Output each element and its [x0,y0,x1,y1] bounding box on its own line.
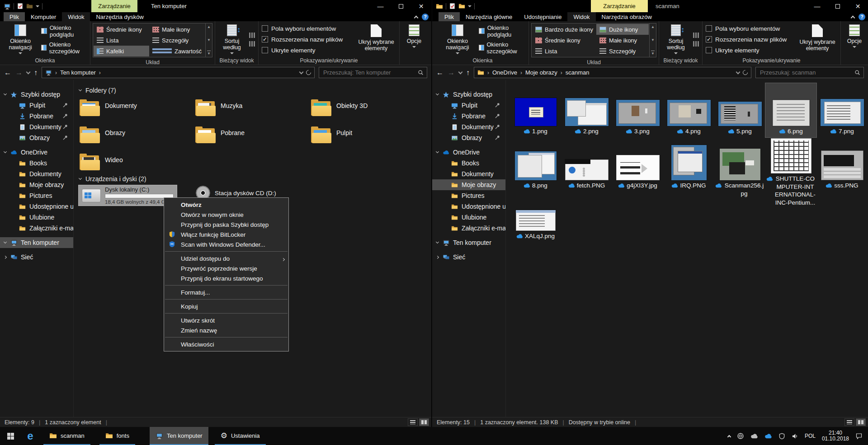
sidebar-item-documents[interactable]: Dokumenty [432,122,505,132]
checkbox-checked[interactable]: ✓ [262,36,268,42]
layout-medium-icons[interactable]: Średnie ikony [532,35,596,46]
sidebar-item-books[interactable]: Books [0,158,73,169]
file-g4jxi3y[interactable]: g4jXI3Y.jpg [612,137,663,203]
hide-selected-button[interactable]: Ukryj wybrane elementy [797,23,838,56]
help-icon[interactable]: ? [859,14,865,20]
sidebar-item-books[interactable]: Books [432,158,505,169]
folder-tile-music[interactable]: Muzyka [193,98,309,125]
refresh-icon[interactable] [305,69,312,76]
folders-section-header[interactable]: Foldery (7) [79,87,116,94]
maximize-button[interactable] [827,0,848,12]
tab-file[interactable]: Plik [439,12,460,21]
tab-view[interactable]: Widok [567,12,595,21]
menu-item-restore-versions[interactable]: Przywróć poprzednie wersje [164,263,288,273]
layout-tiles-selected[interactable]: Kafelki [94,46,149,56]
details-pane-button[interactable]: Okienko szczegółów [41,41,88,55]
checkbox-file-extensions[interactable]: ✓Rozszerzenia nazw plików [706,35,793,44]
file-shuttle[interactable]: SHUTTLE-COMPUTER-INTERNATIONAL-INC-Penti… [765,137,816,203]
file-fetch[interactable]: fetch.PNG [561,137,612,203]
tray-expand-icon[interactable] [727,435,731,439]
sidebar-item-this-pc[interactable]: Ten komputer [432,237,505,248]
sidebar-item-shared-favorites[interactable]: Udostępnione ulubi [0,201,73,212]
folder-tile-pictures[interactable]: Obrazy [77,125,193,152]
recent-locations-icon[interactable] [26,70,31,74]
defender-tray-icon[interactable] [778,433,785,440]
this-pc-icon[interactable] [4,3,11,10]
refresh-icon[interactable] [742,69,749,76]
forward-icon[interactable]: → [15,69,23,76]
maximize-button[interactable] [391,0,411,12]
breadcrumb[interactable]: › OneDrive › Moje obrazy › scanman [474,67,751,78]
details-view-toggle[interactable] [408,418,418,426]
sidebar-item-downloads[interactable]: Pobrane [0,111,73,122]
search-input[interactable] [759,69,852,76]
devices-section-header[interactable]: Urządzenia i dyski (2) [79,175,146,183]
sidebar-item-quick-access[interactable]: Szybki dostęp [432,89,505,100]
layout-extra-large-icons[interactable]: Bardzo duże ikony [532,24,596,35]
layout-scroll-arrows[interactable]: ▲▼▼ [205,23,212,57]
sidebar-item-my-images-selected[interactable]: Moje obrazy [432,179,505,190]
picture-tools-context-tab[interactable]: Zarządzanie [591,0,648,12]
file-4png[interactable]: 4.png [663,83,714,137]
drive-tools-context-tab[interactable]: Zarządzanie [91,0,137,12]
menu-item-open[interactable]: Otwórz [164,200,288,210]
back-icon[interactable]: ← [436,69,443,76]
sidebar-item-documents-od[interactable]: Dokumenty [0,169,73,179]
sort-by-button[interactable]: Sortuj według [661,23,690,56]
minimize-button[interactable]: — [370,0,391,12]
folder-icon[interactable] [436,3,443,10]
menu-item-properties[interactable]: Właściwości [164,339,288,349]
preview-pane-button[interactable]: Okienko podglądu [41,24,88,38]
up-icon[interactable]: ↑ [34,69,38,76]
checkbox-item-checkboxes[interactable]: Pola wyboru elementów [262,24,352,33]
globe-icon[interactable] [737,432,744,440]
properties-icon[interactable] [449,3,456,9]
file-8png[interactable]: 8.png [510,137,561,203]
menu-item-bitlocker[interactable]: Włącz funkcję BitLocker [164,230,288,239]
sidebar-item-network[interactable]: Sieć [432,252,505,262]
menu-item-rename[interactable]: Zmień nazwę [164,325,288,335]
qat-customize-icon[interactable] [468,5,472,7]
layout-large-icons-selected[interactable]: Duże ikony [596,24,649,35]
file-1png[interactable]: 1.png [510,83,561,137]
checkbox-unchecked[interactable] [262,25,268,32]
sidebar-item-pictures-od[interactable]: Pictures [432,190,505,201]
tab-home[interactable]: Narzędzia główne [460,12,518,21]
tab-computer[interactable]: Komputer [25,12,62,21]
folder-tile-downloads[interactable]: Pobrane [193,125,309,152]
navigation-pane-button[interactable]: Okienko nawigacji [2,23,38,56]
sidebar-item-documents[interactable]: Dokumenty [0,122,73,132]
search-icon[interactable] [418,70,424,75]
layout-list[interactable]: Lista [94,35,149,46]
onedrive-tray-icon[interactable] [764,433,772,439]
drive-c-tile-selected[interactable]: Dysk lokalny (C:) 18,4 GB wolnych z 49,4… [78,185,177,206]
sidebar-item-pictures-od[interactable]: Pictures [0,190,73,201]
recent-locations-icon[interactable] [458,70,463,74]
sidebar-item-quick-access[interactable]: Szybki dostęp [0,89,73,100]
folder-tile-desktop[interactable]: Pulpit [309,125,425,152]
language-indicator[interactable]: POL [805,433,816,439]
file-scanman256[interactable]: Scanman256.jpg [714,137,765,203]
close-button[interactable]: ✕ [848,0,868,12]
layout-details[interactable]: Szczegóły [596,46,649,56]
sidebar-item-documents-od[interactable]: Dokumenty [432,169,505,179]
sidebar-item-onedrive[interactable]: OneDrive [432,147,505,158]
edge-taskbar-button[interactable]: e [21,427,40,445]
layout-list[interactable]: Lista [532,46,596,56]
taskbar-button-settings[interactable]: ⚙ Ustawienia [215,427,266,445]
thumbnails-view-toggle[interactable] [856,418,866,426]
search-input[interactable] [322,69,415,76]
tab-view[interactable]: Widok [62,12,90,21]
start-button[interactable] [0,427,21,445]
checkbox-item-checkboxes[interactable]: Pola wyboru elementów [706,24,793,33]
clock[interactable]: 21:40 01.10.2018 [822,430,849,442]
breadcrumb-onedrive[interactable]: OneDrive [492,69,517,76]
file-2png[interactable]: 2.png [561,83,612,137]
checkbox-unchecked[interactable] [262,47,268,53]
hide-selected-button[interactable]: Ukryj wybrane elementy [355,23,397,56]
menu-item-create-shortcut[interactable]: Utwórz skrót [164,315,288,325]
breadcrumb[interactable]: › Ten komputer › [42,67,315,78]
file-irq[interactable]: IRQ.PNG [663,137,714,203]
collapse-ribbon-icon[interactable] [414,15,419,20]
sidebar-item-downloads[interactable]: Pobrane [432,111,505,122]
